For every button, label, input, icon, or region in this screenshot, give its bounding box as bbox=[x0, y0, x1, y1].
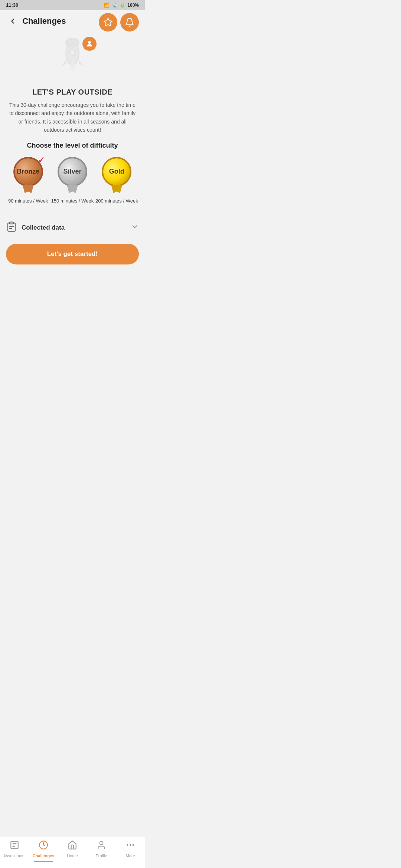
bronze-medal-circle: Bronze ✓ bbox=[13, 157, 43, 187]
header: Challenges bbox=[0, 10, 145, 31]
bronze-sublabel: 90 minutes / Week bbox=[8, 198, 48, 204]
bronze-ribbon bbox=[23, 185, 34, 193]
bronze-option[interactable]: Bronze ✓ 90 minutes / Week bbox=[6, 157, 50, 204]
header-actions bbox=[99, 13, 139, 32]
silver-medal-circle: Silver bbox=[58, 157, 87, 187]
difficulty-options: Bronze ✓ 90 minutes / Week Silver 150 mi… bbox=[6, 157, 139, 204]
collected-data-label: Collected data bbox=[22, 224, 65, 231]
page-title: Challenges bbox=[22, 16, 66, 26]
challenge-description: This 30-day challenge encourages you to … bbox=[6, 101, 139, 134]
challenge-title: LET'S PLAY OUTSIDE bbox=[32, 88, 113, 96]
status-bar: 11:30 📶 📡 🔋 100% bbox=[0, 0, 145, 10]
collected-data-left: Collected data bbox=[6, 221, 65, 235]
collected-data-row[interactable]: Collected data bbox=[6, 215, 139, 241]
battery-level: 100% bbox=[127, 3, 139, 8]
clipboard-icon bbox=[6, 221, 17, 235]
back-button[interactable] bbox=[6, 14, 19, 28]
chevron-down-icon bbox=[131, 223, 139, 233]
difficulty-title: Choose the level of difficulty bbox=[27, 142, 118, 149]
gold-option[interactable]: Gold 200 minutes / Week bbox=[95, 157, 139, 204]
svg-marker-0 bbox=[104, 18, 112, 26]
wifi-icon: 📶 bbox=[104, 3, 110, 8]
gold-medal: Gold bbox=[100, 157, 133, 194]
silver-medal: Silver bbox=[56, 157, 89, 194]
status-time: 11:30 bbox=[6, 2, 18, 8]
silver-label: Silver bbox=[63, 168, 81, 175]
svg-point-6 bbox=[88, 41, 91, 44]
user-avatar bbox=[82, 37, 97, 51]
battery-icon: 🔋 bbox=[120, 3, 125, 8]
silver-option[interactable]: Silver 150 minutes / Week bbox=[50, 157, 94, 204]
silver-ribbon bbox=[67, 185, 78, 193]
gold-sublabel: 200 minutes / Week bbox=[95, 198, 138, 204]
signal-icon: 📡 bbox=[112, 3, 117, 8]
svg-point-2 bbox=[66, 38, 79, 47]
bronze-medal: Bronze ✓ bbox=[12, 157, 45, 194]
svg-rect-7 bbox=[10, 222, 13, 224]
get-started-button[interactable]: Let's get started! bbox=[6, 244, 139, 264]
main-content: LET'S PLAY OUTSIDE This 30-day challenge… bbox=[0, 31, 145, 270]
status-right: 📶 📡 🔋 100% bbox=[104, 3, 139, 8]
gold-ribbon bbox=[111, 185, 122, 193]
silver-sublabel: 150 minutes / Week bbox=[51, 198, 94, 204]
bronze-label: Bronze bbox=[17, 168, 39, 175]
svg-point-4 bbox=[71, 50, 74, 54]
gold-label: Gold bbox=[109, 168, 124, 175]
bell-button[interactable] bbox=[120, 13, 139, 32]
gold-medal-circle: Gold bbox=[102, 157, 131, 187]
svg-point-5 bbox=[69, 63, 75, 72]
badge-button[interactable] bbox=[99, 13, 117, 32]
challenge-illustration bbox=[48, 37, 97, 85]
bronze-checkmark: ✓ bbox=[38, 155, 45, 165]
